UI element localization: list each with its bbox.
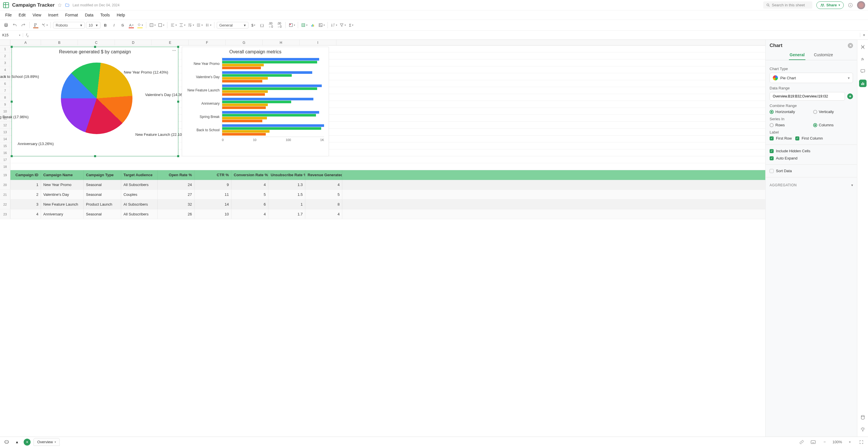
wrap-icon[interactable]: ▾ xyxy=(187,21,194,29)
insert-chart-icon[interactable] xyxy=(309,21,316,29)
table-header[interactable]: CTR % xyxy=(194,170,231,180)
formula-input[interactable] xyxy=(31,31,860,39)
row-number[interactable]: 12 xyxy=(0,122,10,128)
row-number[interactable]: 10 xyxy=(0,108,10,115)
table-header[interactable]: Open Rate % xyxy=(158,170,194,180)
row-number[interactable]: 3 xyxy=(0,59,10,66)
row-number[interactable]: 2 xyxy=(0,53,10,59)
row-number[interactable]: 6 xyxy=(0,80,10,87)
borders-icon[interactable]: ▾ xyxy=(149,21,156,29)
menu-view[interactable]: View xyxy=(30,11,44,19)
menu-file[interactable]: File xyxy=(2,11,15,19)
sort-data[interactable]: Sort Data xyxy=(770,169,853,173)
col-header[interactable]: F xyxy=(189,40,226,45)
filter-icon[interactable]: ▾ xyxy=(339,21,346,29)
zoom-level[interactable]: 100% xyxy=(833,440,842,444)
fill-color-icon[interactable]: ▾ xyxy=(136,21,144,29)
row-number[interactable]: 7 xyxy=(0,87,10,94)
sheets-list-icon[interactable]: ▲ xyxy=(13,438,21,446)
add-sheet-button[interactable]: + xyxy=(24,439,31,446)
link-icon[interactable] xyxy=(798,438,805,446)
share-button[interactable]: Share ▾ xyxy=(816,1,844,9)
doc-title[interactable]: Campaign Tracker xyxy=(12,2,55,8)
conditional-format-icon[interactable]: ▾ xyxy=(288,21,296,29)
sort-icon[interactable]: ▾ xyxy=(330,21,338,29)
cell-reference-box[interactable]: K15▾ xyxy=(0,33,23,37)
comments-icon[interactable] xyxy=(859,67,867,75)
strikethrough-icon[interactable]: S xyxy=(119,21,126,29)
auto-expand[interactable]: ✓Auto Expand xyxy=(770,156,853,160)
table-header[interactable]: Campaign Type xyxy=(84,170,121,180)
row-number[interactable]: 14 xyxy=(0,135,10,142)
col-header[interactable]: A xyxy=(10,40,41,45)
menu-tools[interactable]: Tools xyxy=(97,11,113,19)
number-format-selector[interactable]: General▾ xyxy=(217,22,248,29)
aggregation-section[interactable]: AGGREGATION▾ xyxy=(770,182,853,189)
row-number[interactable]: 18 xyxy=(0,163,10,170)
avatar[interactable] xyxy=(857,1,865,9)
col-header[interactable]: C xyxy=(78,40,115,45)
increase-decimal-icon[interactable]: .00←0 xyxy=(267,21,274,29)
italic-icon[interactable]: I xyxy=(110,21,118,29)
fullscreen-icon[interactable] xyxy=(858,438,865,446)
table-header[interactable]: Unsubscribe Rate % xyxy=(268,170,305,180)
tab-customize[interactable]: Customize xyxy=(813,51,834,60)
col-header[interactable]: I xyxy=(300,40,337,45)
label-first-column[interactable]: ✓First Column xyxy=(795,136,823,140)
clear-format-icon[interactable]: ▾ xyxy=(41,21,48,29)
print-icon[interactable] xyxy=(2,21,10,29)
align-v-icon[interactable]: ▾ xyxy=(178,21,186,29)
row-number[interactable]: 9 xyxy=(0,101,10,107)
table-row[interactable]: 23 4 Anniversary Seasonal All Subscriber… xyxy=(0,210,765,219)
table-header[interactable]: Conversion Rate % xyxy=(231,170,268,180)
row-number[interactable]: 22 xyxy=(0,199,10,209)
combine-horizontally[interactable]: Horizontally xyxy=(770,109,810,114)
col-header[interactable]: D xyxy=(115,40,152,45)
chart-more-icon[interactable]: ⋯ xyxy=(172,48,176,53)
row-number[interactable]: 8 xyxy=(0,94,10,101)
row-number[interactable]: 13 xyxy=(0,129,10,135)
database-icon[interactable] xyxy=(859,414,867,421)
text-direction-icon[interactable]: ▾ xyxy=(204,21,212,29)
row-number[interactable]: 20 xyxy=(0,180,10,189)
bold-icon[interactable]: B xyxy=(101,21,109,29)
row-number[interactable]: 21 xyxy=(0,190,10,199)
menu-insert[interactable]: Insert xyxy=(45,11,61,19)
sheet-tab-overview[interactable]: Overview▾ xyxy=(33,438,60,446)
table-row[interactable]: 21 2 Valentine's Day Seasonal Couples 27… xyxy=(0,190,765,199)
indent-icon[interactable]: ▾ xyxy=(196,21,203,29)
table-row[interactable]: 22 3 New Feature Launch Product Launch A… xyxy=(0,199,765,210)
ai-assistant-icon[interactable] xyxy=(859,43,867,51)
insert-image-icon[interactable]: ▾ xyxy=(318,21,325,29)
col-header[interactable]: E xyxy=(152,40,189,45)
redo-icon[interactable] xyxy=(20,21,27,29)
folder-icon[interactable] xyxy=(65,3,69,7)
table-header[interactable]: Campaign ID xyxy=(10,170,41,180)
currency-icon[interactable]: $▾ xyxy=(250,21,257,29)
insert-table-icon[interactable]: ▾ xyxy=(300,21,308,29)
row-number[interactable]: 16 xyxy=(0,149,10,156)
table-header[interactable]: Target Audience xyxy=(121,170,158,180)
menu-help[interactable]: Help xyxy=(114,11,128,19)
star-icon[interactable] xyxy=(57,3,62,7)
data-range-input[interactable] xyxy=(770,92,845,101)
col-header[interactable]: H xyxy=(262,40,300,45)
combine-vertically[interactable]: Vertically xyxy=(813,109,853,114)
spreadsheet-grid[interactable]: A B C D E F G H I 1234567891011121314151… xyxy=(0,40,765,437)
menu-format[interactable]: Format xyxy=(62,11,81,19)
chat-icon[interactable] xyxy=(3,438,10,446)
tab-general[interactable]: General xyxy=(789,51,805,60)
formula-expand-icon[interactable]: ▾ xyxy=(860,33,868,37)
row-number[interactable]: 19 xyxy=(0,170,10,180)
menu-edit[interactable]: Edit xyxy=(16,11,29,19)
chart-panel-icon[interactable] xyxy=(859,79,867,87)
series-rows[interactable]: Rows xyxy=(770,123,810,127)
font-family-selector[interactable]: Roboto▾ xyxy=(53,22,85,29)
keyboard-icon[interactable] xyxy=(809,438,817,446)
row-number[interactable]: 4 xyxy=(0,66,10,73)
row-number[interactable]: 23 xyxy=(0,210,10,219)
col-header[interactable]: G xyxy=(226,40,262,45)
menu-data[interactable]: Data xyxy=(82,11,96,19)
zoom-out-icon[interactable]: − xyxy=(821,438,829,446)
fx-functions-icon[interactable]: fx xyxy=(859,55,867,63)
